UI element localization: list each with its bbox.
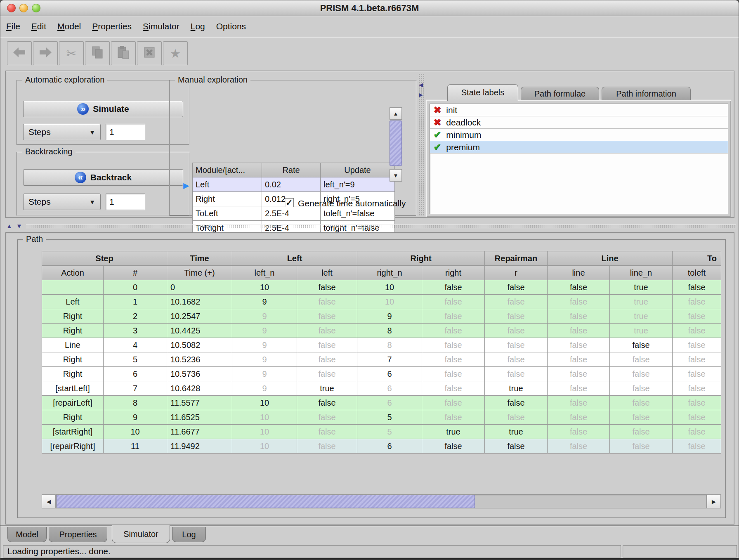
- simulate-steps-input[interactable]: [106, 124, 145, 140]
- path-cell[interactable]: false: [485, 396, 548, 410]
- path-cell[interactable]: false: [422, 352, 485, 367]
- path-row[interactable]: [startLeft]710.64289true6falsetruefalsef…: [42, 381, 721, 396]
- path-cell[interactable]: false: [548, 295, 610, 309]
- path-cell[interactable]: 10: [232, 425, 297, 439]
- path-cell[interactable]: 1: [104, 295, 167, 309]
- tab-path-formulae[interactable]: Path formulae: [521, 87, 599, 100]
- path-cell[interactable]: false: [673, 396, 721, 410]
- path-cell[interactable]: 3: [104, 324, 167, 338]
- path-row[interactable]: Right610.57369false6falsefalsefalsefalse…: [42, 367, 721, 381]
- path-cell[interactable]: false: [485, 280, 548, 295]
- backtrack-steps-input[interactable]: [106, 194, 145, 210]
- path-cell[interactable]: false: [548, 396, 610, 410]
- path-cell[interactable]: false: [485, 309, 548, 324]
- menu-simulator[interactable]: Simulator: [143, 21, 179, 31]
- path-cell[interactable]: false: [297, 410, 357, 425]
- path-cell[interactable]: false: [485, 439, 548, 454]
- path-row[interactable]: [startRight]1011.667710false5truetruefal…: [42, 425, 721, 439]
- transition-cell[interactable]: 0.02: [262, 177, 321, 192]
- path-cell[interactable]: false: [422, 295, 485, 309]
- transition-row[interactable]: Left0.02left_n'=9: [193, 177, 395, 192]
- transition-cell[interactable]: ToLeft: [193, 206, 262, 221]
- path-row[interactable]: Line410.50829false8falsefalsefalsefalsef…: [42, 338, 721, 352]
- path-cell[interactable]: 5: [104, 352, 167, 367]
- path-row[interactable]: [repairLeft]811.557710false6falsefalsefa…: [42, 396, 721, 410]
- path-row[interactable]: Right210.25479false9falsefalsefalsetruef…: [42, 309, 721, 324]
- path-cell[interactable]: [startLeft]: [42, 381, 104, 396]
- menu-file[interactable]: File: [6, 21, 20, 31]
- menu-log[interactable]: Log: [191, 21, 205, 31]
- generate-time-checkbox[interactable]: ✓: [285, 198, 294, 207]
- path-cell[interactable]: 10: [232, 410, 297, 425]
- scroll-down-icon[interactable]: ▼: [390, 169, 402, 182]
- path-cell[interactable]: 2: [104, 309, 167, 324]
- main-tab-log[interactable]: Log: [172, 527, 206, 542]
- path-cell[interactable]: false: [673, 324, 721, 338]
- path-cell[interactable]: [repairLeft]: [42, 396, 104, 410]
- transition-cell[interactable]: left_n'=9: [321, 177, 395, 192]
- path-cell[interactable]: false: [297, 439, 357, 454]
- path-cell[interactable]: 10.5236: [167, 352, 232, 367]
- path-cell[interactable]: 5: [357, 410, 422, 425]
- path-cell[interactable]: false: [422, 338, 485, 352]
- backtrack-steps-dropdown[interactable]: Steps ▼: [23, 194, 101, 210]
- path-cell[interactable]: false: [548, 367, 610, 381]
- path-cell[interactable]: 10.1682: [167, 295, 232, 309]
- path-cell[interactable]: false: [422, 309, 485, 324]
- path-cell[interactable]: 10.5736: [167, 367, 232, 381]
- path-cell[interactable]: true: [485, 425, 548, 439]
- path-cell[interactable]: false: [297, 309, 357, 324]
- path-cell[interactable]: false: [673, 309, 721, 324]
- path-cell[interactable]: false: [610, 367, 673, 381]
- path-cell[interactable]: false: [422, 280, 485, 295]
- path-cell[interactable]: 9: [232, 309, 297, 324]
- state-label-row-premium[interactable]: ✔premium: [430, 141, 728, 154]
- path-cell[interactable]: false: [422, 324, 485, 338]
- path-cell[interactable]: false: [610, 352, 673, 367]
- path-cell[interactable]: Right: [42, 410, 104, 425]
- path-cell[interactable]: 9: [357, 309, 422, 324]
- path-cell[interactable]: false: [610, 381, 673, 396]
- path-cell[interactable]: true: [610, 280, 673, 295]
- path-cell[interactable]: 9: [232, 367, 297, 381]
- path-cell[interactable]: 10: [232, 396, 297, 410]
- tab-path-information[interactable]: Path information: [602, 87, 691, 100]
- path-cell[interactable]: false: [297, 367, 357, 381]
- path-cell[interactable]: 9: [232, 381, 297, 396]
- path-row[interactable]: Right310.44259false8falsefalsefalsetruef…: [42, 324, 721, 338]
- transition-cell[interactable]: Left: [193, 177, 262, 192]
- redo-button[interactable]: [33, 41, 58, 65]
- path-cell[interactable]: 7: [104, 381, 167, 396]
- path-cell[interactable]: false: [485, 295, 548, 309]
- path-cell[interactable]: false: [485, 338, 548, 352]
- scrollbar-thumb[interactable]: [390, 121, 402, 166]
- main-tab-model[interactable]: Model: [7, 527, 47, 542]
- path-cell[interactable]: Right: [42, 367, 104, 381]
- title-bar[interactable]: PRISM 4.1.beta.r6673M: [0, 0, 739, 16]
- path-cell[interactable]: false: [610, 396, 673, 410]
- path-cell[interactable]: 6: [104, 367, 167, 381]
- path-cell[interactable]: false: [610, 338, 673, 352]
- path-cell[interactable]: false: [610, 410, 673, 425]
- transition-cell[interactable]: Right: [193, 192, 262, 206]
- path-cell[interactable]: [repairRight]: [42, 439, 104, 454]
- path-cell[interactable]: 10.5082: [167, 338, 232, 352]
- simulate-steps-dropdown[interactable]: Steps ▼: [23, 124, 101, 140]
- path-cell[interactable]: false: [422, 410, 485, 425]
- manual-table-scrollbar[interactable]: ▲ ▼: [390, 107, 402, 182]
- path-cell[interactable]: false: [673, 381, 721, 396]
- path-cell[interactable]: false: [548, 410, 610, 425]
- path-cell[interactable]: false: [610, 439, 673, 454]
- cut-button[interactable]: ✂: [59, 41, 84, 65]
- path-cell[interactable]: false: [297, 338, 357, 352]
- path-cell[interactable]: false: [548, 381, 610, 396]
- path-cell[interactable]: false: [297, 425, 357, 439]
- path-row[interactable]: Right510.52369false7falsefalsefalsefalse…: [42, 352, 721, 367]
- path-cell[interactable]: 6: [357, 367, 422, 381]
- undo-button[interactable]: [7, 41, 32, 65]
- path-row[interactable]: [repairRight]1111.949210false6falsefalse…: [42, 439, 721, 454]
- vertical-splitter[interactable]: ◀ ▶: [418, 73, 425, 216]
- path-cell[interactable]: [startRight]: [42, 425, 104, 439]
- path-cell[interactable]: false: [422, 381, 485, 396]
- path-horizontal-scrollbar[interactable]: ◀ ▶: [42, 494, 721, 508]
